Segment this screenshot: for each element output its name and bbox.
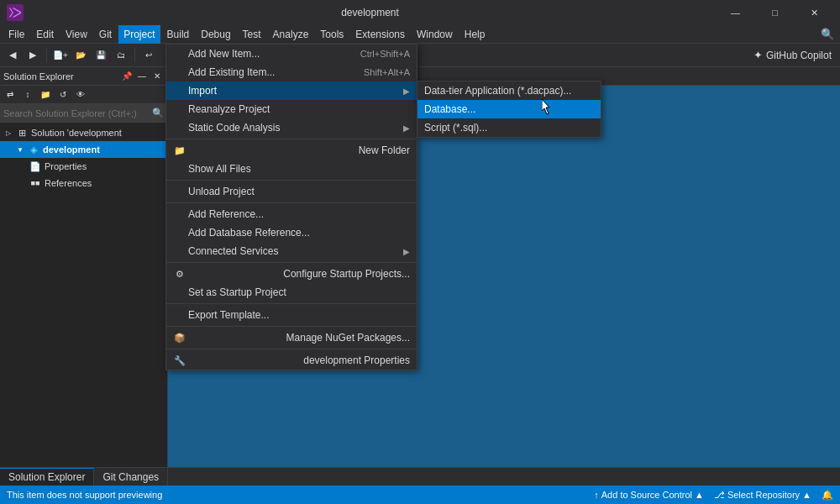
submenu-script[interactable]: Script (*.sql)... (417, 118, 601, 137)
solution-node[interactable]: ▷ ⊞ Solution 'development (0, 124, 167, 141)
menu-tools[interactable]: Tools (315, 25, 349, 44)
menu-window[interactable]: Window (412, 25, 458, 44)
save-button[interactable]: 💾 (92, 46, 110, 65)
select-repo-arrow-icon: ▲ (802, 490, 811, 500)
submenu-data-tier[interactable]: Data-tier Application (*.dacpac)... (417, 81, 601, 100)
submenu-database[interactable]: Database... (417, 100, 601, 118)
add-new-item-shortcut: Ctrl+Shift+A (360, 49, 410, 59)
maximize-button[interactable]: □ (756, 3, 794, 22)
menu-unload-project[interactable]: Unload Project (166, 182, 417, 201)
refresh-button[interactable]: ↺ (55, 87, 71, 103)
menu-help[interactable]: Help (459, 25, 491, 44)
toolbar-separator-2 (134, 48, 135, 63)
references-icon: ■■ (29, 176, 42, 190)
menu-add-new-item[interactable]: Add New Item... Ctrl+Shift+A (166, 45, 417, 63)
references-node[interactable]: ■■ References (0, 175, 167, 192)
menu-git[interactable]: Git (94, 25, 117, 44)
se-tree: ▷ ⊞ Solution 'development ▼ ◈ developmen… (0, 123, 167, 467)
title-bar: development — □ ✕ (0, 0, 840, 25)
menu-new-folder[interactable]: 📁 New Folder (166, 141, 417, 160)
menu-extensions[interactable]: Extensions (350, 25, 410, 44)
connected-services-left: Connected Services (188, 245, 278, 257)
menu-analyze[interactable]: Analyze (268, 25, 314, 44)
menu-configure-startup[interactable]: ⚙ Configure Startup Projects... (166, 265, 417, 283)
menu-sep-2 (166, 180, 417, 181)
new-project-button[interactable]: 📄+ (51, 46, 70, 65)
solution-label: Solution 'development (31, 128, 122, 138)
vs-logo (7, 4, 24, 21)
tab-git-changes[interactable]: Git Changes (94, 468, 168, 486)
menu-debug[interactable]: Debug (196, 25, 235, 44)
import-label: Import (188, 85, 217, 97)
menu-add-existing-item[interactable]: Add Existing Item... Shift+Alt+A (166, 63, 417, 81)
se-search-icon: 🔍 (152, 108, 164, 118)
menu-add-database-ref[interactable]: Add Database Reference... (166, 223, 417, 242)
manage-nuget-icon: 📦 (173, 331, 186, 344)
connected-services-label: Connected Services (188, 245, 278, 257)
minimize-button[interactable]: — (717, 3, 754, 22)
references-label: References (45, 178, 92, 188)
import-submenu: Data-tier Application (*.dacpac)... Data… (417, 81, 601, 138)
properties-node[interactable]: 📄 Properties (0, 158, 167, 175)
menu-build[interactable]: Build (162, 25, 195, 44)
menu-manage-nuget[interactable]: 📦 Manage NuGet Packages... (166, 328, 417, 347)
set-startup-label: Set as Startup Project (188, 286, 286, 298)
menu-sep-3 (166, 202, 417, 203)
title-bar-controls: — □ ✕ (717, 3, 833, 22)
menu-test[interactable]: Test (238, 25, 266, 44)
import-arrow-icon: ▶ (403, 87, 410, 96)
se-search-input[interactable] (3, 108, 149, 118)
menu-dev-properties[interactable]: 🔧 development Properties (166, 351, 417, 370)
notifications-button[interactable]: 🔔 (822, 490, 833, 501)
menu-view[interactable]: View (60, 25, 92, 44)
add-existing-item-shortcut: Shift+Alt+A (364, 67, 410, 77)
se-search-box[interactable]: 🔍 (0, 104, 167, 123)
se-pin-button[interactable]: 📌 (120, 70, 134, 83)
select-repository-button[interactable]: ⎇ Select Repository ▲ (714, 490, 811, 501)
menu-edit[interactable]: Edit (31, 25, 59, 44)
data-tier-label: Data-tier Application (*.dacpac)... (424, 85, 571, 97)
tab-solution-explorer[interactable]: Solution Explorer (0, 468, 94, 486)
menu-set-startup[interactable]: Set as Startup Project (166, 283, 417, 302)
folder-view-button[interactable]: 📁 (37, 87, 54, 103)
source-control-arrow-icon: ▲ (695, 490, 704, 500)
se-title: Solution Explorer (3, 71, 74, 81)
back-button[interactable]: ◀ (3, 46, 22, 65)
status-right: ↑ Add to Source Control ▲ ⎇ Select Repos… (594, 490, 833, 501)
menu-connected-services[interactable]: Connected Services ▶ (166, 242, 417, 260)
menu-reanalyze[interactable]: Reanalyze Project (166, 100, 417, 118)
menu-show-all-files[interactable]: Show All Files (166, 160, 417, 178)
menu-sep-1 (166, 139, 417, 139)
new-folder-icon: 📁 (173, 144, 186, 157)
menu-import[interactable]: Import ▶ Data-tier Application (*.dacpac… (166, 81, 417, 100)
menu-project[interactable]: Project (118, 25, 160, 44)
menu-file[interactable]: File (3, 25, 29, 44)
open-button[interactable]: 📂 (71, 46, 90, 65)
menu-static-code[interactable]: Static Code Analysis ▶ (166, 118, 417, 137)
search-icon[interactable]: 🔍 (818, 25, 837, 44)
unload-project-label: Unload Project (188, 186, 255, 197)
forward-button[interactable]: ▶ (24, 46, 42, 65)
source-control-button[interactable]: ↑ Add to Source Control ▲ (594, 490, 704, 500)
new-folder-label: New Folder (359, 144, 410, 156)
undo-button[interactable]: ↩ (139, 46, 158, 65)
export-template-label: Export Template... (188, 309, 270, 321)
collapse-button[interactable]: ↕ (19, 87, 36, 103)
toolbar-separator-1 (46, 48, 47, 63)
se-minimize-button[interactable]: — (135, 70, 149, 83)
title-bar-title: development (341, 7, 399, 18)
github-copilot-button[interactable]: ✦ GitHub Copilot (748, 47, 837, 63)
save-all-button[interactable]: 🗂 (112, 46, 130, 65)
project-node[interactable]: ▼ ◈ development (0, 141, 167, 158)
select-repo-label: Select Repository (727, 490, 800, 500)
menu-export-template[interactable]: Export Template... (166, 306, 417, 324)
solution-expand-icon: ▷ (2, 126, 15, 139)
project-icon: ◈ (27, 143, 40, 156)
se-close-button[interactable]: ✕ (150, 70, 164, 83)
solution-explorer-panel: Solution Explorer 📌 — ✕ ⇄ ↕ 📁 ↺ 👁 🔍 ▷ ⊞ … (0, 67, 168, 467)
show-all-files-btn[interactable]: 👁 (72, 87, 89, 103)
menu-add-reference[interactable]: Add Reference... (166, 205, 417, 223)
add-new-item-label: Add New Item... (188, 48, 260, 60)
sync-button[interactable]: ⇄ (2, 87, 18, 103)
close-button[interactable]: ✕ (795, 3, 833, 22)
